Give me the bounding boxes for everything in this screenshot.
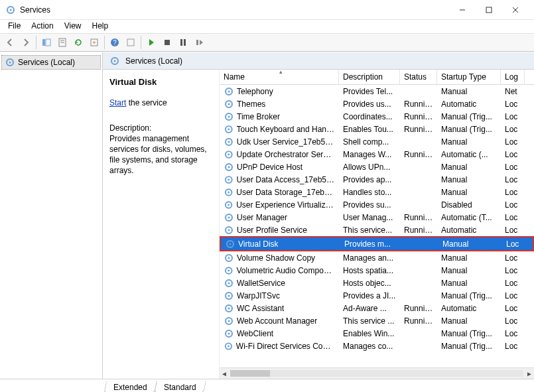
scroll-left-icon[interactable]: ◄: [221, 370, 228, 377]
service-row[interactable]: Touch Keyboard and Hand...Enables Tou...…: [220, 123, 534, 135]
service-name: WC Assistant: [237, 304, 284, 313]
gear-icon: [224, 149, 234, 160]
scroll-track[interactable]: [230, 370, 523, 377]
service-row[interactable]: WalletServiceHosts objec...ManualLoc: [220, 277, 534, 289]
description-text: Provides management services for disks, …: [109, 133, 214, 176]
start-suffix: the service: [126, 98, 167, 107]
menu-file[interactable]: File: [8, 21, 21, 31]
svg-rect-7: [46, 39, 50, 46]
service-row[interactable]: WC AssistantAd-Aware ...RunningAutomatic…: [220, 302, 534, 314]
service-startup: Manual: [437, 87, 501, 96]
start-service-button[interactable]: [144, 35, 159, 50]
export-button[interactable]: [87, 35, 101, 50]
gear-icon: [224, 174, 234, 185]
svg-point-48: [230, 243, 232, 245]
horizontal-scrollbar[interactable]: ◄ ►: [220, 367, 534, 379]
menu-view[interactable]: View: [64, 21, 82, 31]
help2-button[interactable]: [123, 35, 138, 50]
service-row[interactable]: Udk User Service_17eb52afShell comp...Ma…: [220, 135, 534, 148]
service-logon: Loc: [501, 342, 525, 351]
service-logon: Loc: [501, 200, 525, 210]
service-logon: Loc: [501, 279, 525, 288]
service-row[interactable]: User ManagerUser Manag...RunningAutomati…: [220, 211, 534, 224]
refresh-button[interactable]: [71, 35, 86, 50]
minimize-button[interactable]: [449, 0, 476, 20]
gear-icon: [225, 239, 235, 249]
service-row[interactable]: WebClientEnables Win...Manual (Trig...Lo…: [220, 327, 534, 340]
gear-icon: [224, 225, 234, 235]
svg-rect-3: [486, 7, 492, 13]
col-name[interactable]: Name▴: [220, 70, 339, 84]
service-startup: Manual (Trig...: [437, 125, 501, 134]
maximize-button[interactable]: [476, 0, 502, 20]
menu-help[interactable]: Help: [92, 21, 109, 31]
service-row[interactable]: Web Account ManagerThis service ...Runni…: [220, 314, 534, 327]
service-startup: Manual: [437, 137, 501, 147]
svg-point-28: [228, 115, 230, 117]
service-row[interactable]: Virtual DiskProvides m...ManualLoc: [221, 237, 533, 250]
stop-service-button[interactable]: [160, 35, 174, 50]
tab-standard[interactable]: Standard: [154, 381, 206, 392]
col-description[interactable]: Description: [339, 70, 400, 84]
service-row[interactable]: Volumetric Audio Composit...Hosts spatia…: [220, 264, 534, 277]
show-hide-tree-button[interactable]: [39, 35, 54, 50]
service-row[interactable]: UPnP Device HostAllows UPn...ManualLoc: [220, 161, 534, 173]
service-desc: Hosts spatia...: [339, 266, 400, 275]
service-desc: This service ...: [339, 316, 400, 326]
svg-rect-18: [196, 40, 198, 45]
scroll-right-icon[interactable]: ►: [526, 370, 533, 377]
service-name: Touch Keyboard and Hand...: [237, 125, 335, 134]
service-desc: Enables Tou...: [339, 125, 400, 134]
gear-icon: [224, 291, 234, 301]
service-row[interactable]: Update Orchestrator ServiceManages W...R…: [220, 148, 534, 161]
service-row[interactable]: User Profile ServiceThis service...Runni…: [220, 224, 534, 236]
svg-point-38: [228, 178, 230, 180]
tree-services-local[interactable]: Services (Local): [1, 55, 101, 70]
service-row[interactable]: ThemesProvides us...RunningAutomaticLoc: [220, 98, 534, 110]
service-name: User Manager: [237, 213, 287, 222]
gear-icon: [5, 57, 15, 68]
back-button[interactable]: [3, 35, 17, 50]
service-row[interactable]: Wi-Fi Direct Services Conne...Manages co…: [220, 340, 534, 352]
pause-service-button[interactable]: [176, 35, 190, 50]
menu-action[interactable]: Action: [31, 21, 53, 31]
close-button[interactable]: [502, 0, 529, 20]
description-label: Description:: [109, 123, 214, 133]
service-startup: Manual: [438, 239, 502, 249]
service-row[interactable]: Volume Shadow CopyManages an...ManualLoc: [220, 251, 534, 264]
rows-container[interactable]: TelephonyProvides Tel...ManualNetThemesP…: [220, 85, 534, 367]
service-logon: Loc: [501, 329, 525, 338]
svg-point-40: [228, 191, 230, 193]
service-logon: Loc: [501, 188, 525, 197]
svg-point-50: [228, 257, 230, 259]
scroll-thumb[interactable]: [230, 370, 270, 377]
service-logon: Loc: [502, 239, 526, 249]
service-desc: Provides us...: [339, 99, 400, 109]
svg-point-52: [228, 269, 230, 271]
svg-point-54: [228, 282, 230, 284]
service-row[interactable]: WarpJITSvcProvides a JI...Manual (Trig..…: [220, 289, 534, 302]
properties-button[interactable]: [55, 35, 70, 50]
service-row[interactable]: User Experience Virtualizati...Provides …: [220, 198, 534, 211]
service-desc: Provides ap...: [339, 175, 400, 184]
start-link[interactable]: Start: [109, 98, 126, 107]
col-status[interactable]: Status: [400, 70, 437, 84]
col-startup[interactable]: Startup Type: [437, 70, 501, 84]
tab-extended[interactable]: Extended: [103, 381, 157, 392]
gear-icon: [224, 200, 234, 210]
service-startup: Manual (Trig...: [437, 291, 501, 300]
restart-service-button[interactable]: [192, 35, 206, 50]
service-row[interactable]: Time BrokerCoordinates...RunningManual (…: [220, 110, 534, 123]
service-status: Running: [400, 213, 437, 222]
forward-button[interactable]: [19, 35, 33, 50]
service-row[interactable]: TelephonyProvides Tel...ManualNet: [220, 85, 534, 98]
svg-text:?: ?: [113, 39, 117, 46]
help-button[interactable]: ?: [107, 35, 122, 50]
service-desc: Provides a JI...: [339, 291, 400, 300]
service-row[interactable]: User Data Storage_17eb52afHandles sto...…: [220, 186, 534, 198]
service-logon: Loc: [501, 266, 525, 275]
col-logon[interactable]: Log: [501, 70, 525, 84]
view-tabs: Extended Standard: [0, 379, 534, 392]
svg-point-24: [228, 90, 230, 92]
service-row[interactable]: User Data Access_17eb52afProvides ap...M…: [220, 173, 534, 186]
